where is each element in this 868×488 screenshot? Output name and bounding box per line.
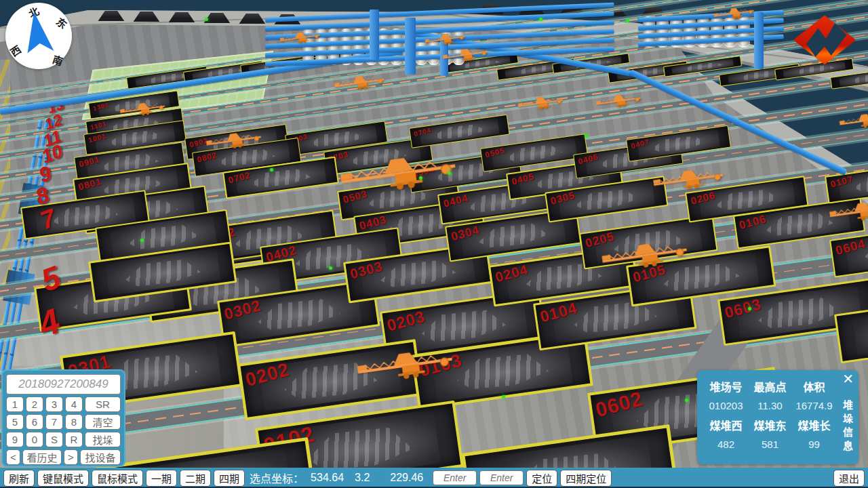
compass-widget[interactable]: 北 东 西 南	[5, 3, 72, 69]
key-4[interactable]: 4	[65, 396, 83, 412]
pile-id-label: 0203	[385, 307, 427, 336]
pile-id-label: 1301	[92, 101, 110, 112]
pile-id-label: 0305	[549, 190, 576, 207]
key-6[interactable]: 6	[26, 414, 43, 430]
conveyor-tower	[370, 9, 379, 60]
pile-length-value: 99	[792, 439, 836, 450]
pile-yard-no-value: 010203	[704, 400, 748, 411]
picked-point-label: 选点坐标：	[250, 470, 304, 486]
coordinate-input-1[interactable]	[433, 470, 477, 485]
highest-point-value: 11.30	[748, 400, 792, 411]
conveyor-tower	[754, 12, 764, 69]
pile-id-label: 0106	[738, 212, 768, 232]
key-r[interactable]: R	[65, 432, 83, 447]
status-dot	[626, 19, 629, 22]
distant-coal-pile	[165, 12, 197, 22]
locate-button[interactable]: 定位	[526, 470, 557, 487]
pile-id-label: 0405	[511, 171, 535, 186]
pile-id-label: 0204	[494, 262, 530, 285]
status-dot	[140, 239, 144, 242]
status-dot	[270, 168, 273, 171]
pile-id-label: 0202	[243, 359, 292, 391]
find-device-button[interactable]: 找设备	[80, 449, 121, 465]
pile-id-label: 0801	[77, 176, 102, 192]
pile-east-header: 煤堆东	[748, 417, 792, 433]
pile-id-label: 0702	[227, 170, 252, 186]
status-dot	[748, 307, 751, 310]
picked-point-x: 534.64	[311, 472, 344, 484]
highest-point-header: 最高点	[748, 378, 792, 394]
volume-value: 16774.9	[792, 400, 836, 411]
keypad-input[interactable]	[6, 374, 121, 394]
pile-id-label: 0406	[577, 152, 599, 166]
status-dot	[685, 399, 688, 402]
bottom-toolbar: 刷新 键鼠模式 鼠标模式 一期 二期 四期 选点坐标： 534.64 3.2 2…	[0, 468, 868, 488]
pile-id-label: 0704	[413, 126, 432, 138]
key-5[interactable]: 5	[6, 414, 24, 430]
coordinate-input-2[interactable]	[479, 470, 524, 485]
exit-button[interactable]: 退出	[833, 470, 865, 487]
key-9[interactable]: 9	[6, 432, 24, 447]
key-7[interactable]: 7	[45, 414, 63, 430]
close-icon[interactable]: ✕	[842, 371, 854, 387]
key-sr[interactable]: SR	[85, 396, 121, 412]
key-1[interactable]: 1	[6, 396, 24, 412]
status-dot	[419, 176, 422, 180]
pile-info-vertical-label: 堆垛信息	[840, 400, 854, 454]
pile-length-header: 煤堆长	[792, 417, 836, 433]
stacker-reclaimer-machine[interactable]	[517, 92, 568, 115]
status-dot	[329, 266, 332, 270]
phase-4-locate-button[interactable]: 四期定位	[560, 470, 612, 487]
pile-west-header: 煤堆西	[704, 417, 748, 433]
refresh-button[interactable]: 刷新	[3, 470, 35, 487]
pile-id-label: 0604	[834, 236, 867, 258]
pile-id-label: 0603	[723, 295, 764, 322]
status-dot	[502, 395, 505, 399]
pile-id-label: 0104	[538, 299, 580, 326]
pile-west-value: 482	[704, 439, 748, 450]
conveyor-tower	[405, 18, 416, 75]
view-history-button[interactable]: 看历史	[22, 449, 62, 465]
phase-2-button[interactable]: 二期	[180, 470, 211, 487]
pile-id-label: 0303	[349, 258, 384, 282]
distant-coal-pile	[95, 11, 126, 21]
status-dot	[205, 18, 208, 21]
key-0[interactable]: 0	[26, 432, 43, 447]
picked-point-y: 3.2	[355, 472, 370, 484]
status-dot	[448, 171, 451, 175]
pile-yard-no-header: 堆场号	[704, 378, 748, 394]
stacker-reclaimer-machine[interactable]	[838, 109, 868, 135]
compass-arrow-icon	[19, 9, 58, 61]
volume-header: 体积	[792, 378, 836, 394]
distant-coal-pile	[236, 14, 267, 24]
phase-1-button[interactable]: 一期	[146, 470, 177, 487]
key-8[interactable]: 8	[65, 414, 83, 430]
pile-id-label: 0505	[484, 146, 506, 159]
phase-4-button[interactable]: 四期	[214, 470, 245, 487]
pile-id-label: 0302	[222, 296, 263, 323]
pile-info-panel: ✕ 堆场号 最高点 体积 010203 11.30 16774.9 煤堆西 煤堆…	[697, 370, 859, 464]
pile-id-label: 1001	[87, 132, 107, 144]
status-dot	[585, 134, 588, 138]
pile-search-keypad-panel: 1 2 3 4 SR 5 6 7 8 清空 9 0 S R 找垛 < 看历史 >…	[1, 369, 125, 467]
status-dot	[539, 18, 542, 21]
company-logo-icon	[792, 14, 857, 66]
find-pile-button[interactable]: 找垛	[85, 432, 121, 447]
application-window: 1301110110010901080107010902080308020703…	[0, 0, 868, 488]
clear-button[interactable]: 清空	[85, 414, 121, 430]
history-prev-button[interactable]: <	[6, 449, 20, 465]
pile-id-label: 0407	[630, 138, 650, 150]
key-s[interactable]: S	[45, 432, 63, 447]
pile-id-label: 0304	[450, 223, 481, 244]
picked-point-z: 229.46	[390, 472, 423, 484]
mouse-mode-button[interactable]: 鼠标模式	[92, 470, 143, 487]
pile-id-label: 0901	[78, 155, 100, 169]
key-3[interactable]: 3	[45, 396, 63, 412]
history-next-button[interactable]: >	[64, 449, 78, 465]
pile-id-label: 0107	[829, 174, 854, 189]
pile-id-label: 0404	[442, 192, 469, 209]
key-2[interactable]: 2	[26, 396, 43, 412]
distant-coal-pile	[130, 12, 161, 22]
key-mouse-mode-button[interactable]: 键鼠模式	[37, 470, 89, 487]
pile-id-label: 1101	[90, 119, 107, 131]
